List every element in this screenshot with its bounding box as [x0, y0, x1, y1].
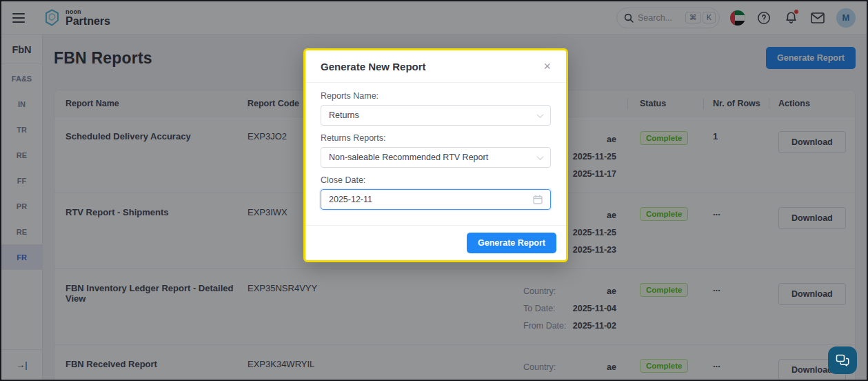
calendar-icon: [533, 195, 543, 204]
close-icon[interactable]: ×: [543, 60, 551, 72]
returns-reports-label: Returns Reports:: [321, 133, 551, 143]
generate-new-report-modal: Generate New Report × Reports Name: Retu…: [303, 48, 568, 262]
chat-bubbles-icon: [836, 354, 849, 367]
reports-name-label: Reports Name:: [321, 91, 551, 101]
close-date-input[interactable]: 2025-12-11: [321, 189, 551, 210]
modal-title: Generate New Report: [321, 61, 426, 72]
chat-fab-button[interactable]: [828, 346, 857, 374]
reports-name-select[interactable]: Returns: [321, 105, 551, 126]
chevron-down-icon: [537, 153, 544, 160]
returns-reports-select[interactable]: Non-saleable Recommended RTV Report: [321, 147, 551, 168]
chevron-down-icon: [537, 111, 544, 118]
modal-generate-report-button[interactable]: Generate Report: [467, 233, 556, 253]
app-window: noon Partners ⌘ K: [0, 0, 868, 381]
close-date-label: Close Date:: [321, 175, 551, 185]
